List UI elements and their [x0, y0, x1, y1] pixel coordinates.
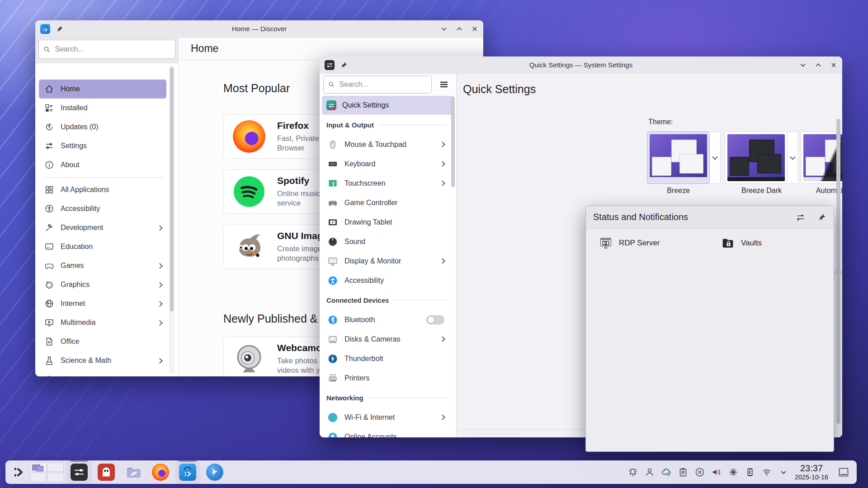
pin-icon[interactable]: [817, 213, 826, 222]
pin-icon[interactable]: [56, 25, 64, 33]
sidebar-item-multimedia[interactable]: Multimedia: [39, 313, 166, 332]
app-launcher-button[interactable]: [8, 460, 30, 484]
close-icon[interactable]: [830, 61, 838, 69]
thunderbolt-icon: [327, 353, 338, 364]
settings-search-input[interactable]: [338, 80, 427, 89]
sidebar-item-game-controller[interactable]: Game Controller: [322, 193, 450, 212]
maximize-icon[interactable]: [455, 25, 463, 33]
minimize-icon[interactable]: [799, 61, 807, 69]
sidebar-scrollbar[interactable]: [169, 66, 175, 374]
discover-search-input[interactable]: [54, 45, 170, 54]
sidebar-item-online-accounts[interactable]: Online Accounts: [322, 427, 450, 437]
volume-icon[interactable]: [711, 467, 722, 478]
firefox-icon: [233, 120, 265, 153]
show-desktop-button[interactable]: [838, 467, 849, 478]
sidebar-item-science-math[interactable]: Science & Math: [39, 351, 166, 370]
sidebar-item-installed[interactable]: Installed: [39, 99, 166, 117]
sidebar-item-thunderbolt[interactable]: Thunderbolt: [322, 349, 450, 368]
sidebar-item-internet[interactable]: Internet: [39, 294, 166, 313]
reset-button[interactable]: Reset: [476, 434, 521, 437]
minimize-icon[interactable]: [440, 25, 448, 33]
settings-sidebar-scrollbar[interactable]: [451, 97, 455, 187]
info-icon: [44, 160, 54, 170]
tray-expand-icon[interactable]: [778, 467, 789, 478]
chevron-down-icon: [790, 154, 796, 160]
volume-knob-icon: [327, 236, 338, 247]
sidebar-item-printers[interactable]: Printers: [322, 368, 450, 388]
digital-clock[interactable]: 23:37 2025-10-16: [790, 460, 833, 484]
task-system-settings[interactable]: [66, 460, 92, 484]
sidebar-item-mouse-touchpad[interactable]: Mouse & Touchpad: [322, 135, 450, 154]
pager-desktop-2[interactable]: [30, 473, 47, 482]
virtual-desktop-pager[interactable]: [30, 463, 64, 482]
notifications-icon[interactable]: [627, 467, 638, 478]
discover-titlebar[interactable]: Home — Discover: [35, 20, 483, 38]
popup-item-bluetooth[interactable]: Bluetooth: [830, 231, 834, 255]
media-paused-icon[interactable]: [694, 467, 705, 478]
cloud-sync-icon[interactable]: [661, 467, 672, 478]
pager-desktop-4[interactable]: [47, 473, 64, 482]
sidebar-item-wifi-internet[interactable]: Wi-Fi & Internet: [322, 408, 450, 427]
sidebar-item-settings[interactable]: Settings: [39, 136, 166, 155]
network-wifi-icon[interactable]: [761, 467, 772, 478]
task-ktorrent[interactable]: [202, 460, 227, 484]
sidebar-item-system[interactable]: System: [39, 370, 166, 376]
bluetooth-toggle[interactable]: [426, 315, 444, 324]
sidebar-item-about[interactable]: About: [39, 155, 166, 174]
sidebar-item-keyboard[interactable]: Keyboard: [322, 154, 450, 174]
kde-connect-icon[interactable]: [745, 467, 755, 478]
sidebar-item-office[interactable]: Office: [39, 332, 166, 351]
task-firefox[interactable]: [148, 460, 173, 484]
popup-item-vaults[interactable]: Vaults: [708, 231, 830, 255]
dolphin-icon: [125, 464, 142, 481]
discover-search[interactable]: [38, 40, 175, 59]
configure-icon[interactable]: [796, 212, 806, 222]
user-icon[interactable]: [644, 467, 655, 478]
clock-time: 23:37: [800, 463, 823, 474]
chevron-right-icon: [157, 358, 163, 364]
sidebar-item-drawing-tablet[interactable]: Drawing Tablet: [322, 212, 450, 232]
task-ghostwriter[interactable]: [94, 460, 119, 484]
sidebar-item-games[interactable]: Games: [39, 256, 166, 275]
sidebar-item-graphics[interactable]: Graphics: [39, 275, 166, 294]
section-header: Input & Output: [322, 115, 450, 135]
settings-content-scrollbar[interactable]: [836, 119, 840, 424]
sidebar-item-all-applications[interactable]: All Applications: [39, 180, 166, 199]
mouse-icon: [327, 139, 338, 150]
maximize-icon[interactable]: [814, 61, 822, 69]
gimp-icon: [233, 230, 265, 263]
task-discover[interactable]: [175, 460, 200, 484]
pin-icon[interactable]: [340, 61, 348, 69]
close-icon[interactable]: [471, 25, 479, 33]
settings-window-title: Quick Settings — System Settings: [320, 61, 842, 69]
sidebar-item-display-monitor[interactable]: Display & Monitor: [322, 251, 450, 271]
sidebar-item-updates[interactable]: Updates (0): [39, 117, 166, 136]
pager-desktop-3[interactable]: [47, 463, 64, 472]
sidebar-item-disks-cameras[interactable]: Disks & Cameras: [322, 329, 450, 349]
settings-search[interactable]: [323, 75, 432, 94]
sidebar-item-accessibility[interactable]: Accessibility: [39, 199, 166, 218]
sidebar-item-quick-settings[interactable]: Quick Settings: [322, 96, 454, 115]
sidebar-item-development[interactable]: Development: [39, 218, 166, 237]
settings-titlebar[interactable]: Quick Settings — System Settings: [320, 56, 842, 74]
sidebar-item-education[interactable]: Education: [39, 237, 166, 256]
online-accounts-icon: [327, 432, 338, 438]
flask-icon: [44, 356, 54, 366]
theme-breeze-dark[interactable]: [725, 131, 788, 184]
theme-breeze-dropdown[interactable]: [710, 131, 721, 184]
pager-desktop-1[interactable]: [30, 463, 47, 472]
hamburger-menu-icon[interactable]: [438, 79, 450, 90]
sidebar-item-home[interactable]: Home: [39, 80, 166, 99]
task-dolphin[interactable]: [121, 460, 146, 484]
spotify-icon: [233, 175, 265, 208]
sidebar-item-sound[interactable]: Sound: [322, 232, 450, 251]
sidebar-item-touchscreen[interactable]: Touchscreen: [322, 174, 450, 193]
theme-breeze-dark-dropdown[interactable]: [788, 131, 798, 184]
clipboard-icon[interactable]: [678, 467, 689, 478]
sidebar-item-bluetooth[interactable]: Bluetooth: [322, 310, 450, 329]
theme-breeze[interactable]: [647, 131, 710, 184]
popup-item-rdp-server[interactable]: RDP Server: [586, 231, 708, 255]
chevron-right-icon: [439, 161, 445, 167]
sidebar-item-accessibility[interactable]: Accessibility: [322, 271, 450, 290]
night-color-icon[interactable]: [728, 467, 739, 478]
